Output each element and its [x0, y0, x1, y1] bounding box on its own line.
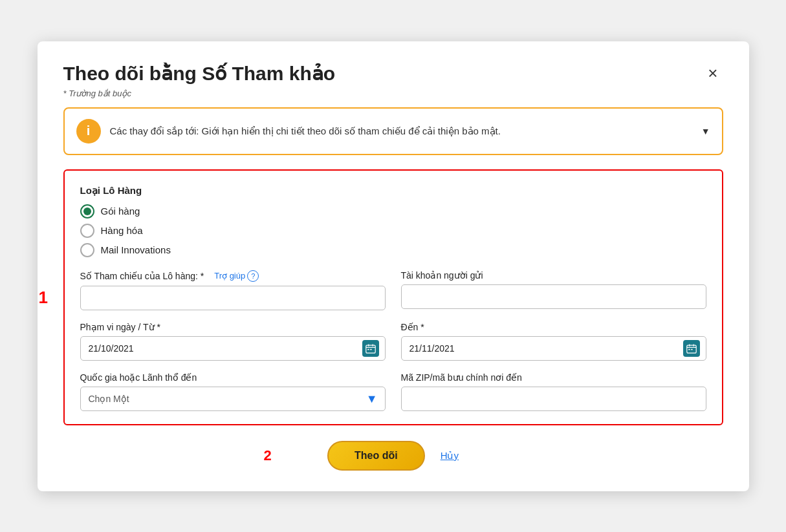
section-2-number: 2 — [264, 447, 272, 464]
loai-lo-hang-radio-group: Gói hàng Hàng hóa Mail Innovations — [80, 204, 706, 257]
ma-zip-label: Mã ZIP/mã bưu chính nơi đến — [401, 372, 706, 383]
radio-mail-innovations[interactable]: Mail Innovations — [80, 243, 706, 257]
so-tham-chieu-label: Số Tham chiếu của Lô hàng: * Trợ giúp ? — [80, 270, 386, 282]
radio-mail-label: Mail Innovations — [101, 244, 171, 255]
required-note: * Trường bắt buộc — [63, 89, 723, 98]
radio-goi-hang-label: Gói hàng — [101, 206, 140, 217]
so-tham-chieu-input[interactable] — [80, 286, 386, 310]
form-section: Loại Lô Hàng Gói hàng Hàng hóa Mail Inno… — [63, 169, 723, 425]
loai-lo-hang-label: Loại Lô Hàng — [80, 185, 706, 197]
quoc-gia-select-wrapper: Chọn Một ▼ — [80, 387, 386, 411]
den-label: Đến * — [401, 322, 706, 332]
footer-row: 2 Theo dõi Hủy — [63, 441, 723, 471]
radio-mail-circle — [80, 243, 94, 257]
tai-khoan-input[interactable] — [401, 284, 706, 309]
theo-doi-button[interactable]: Theo dõi — [327, 441, 425, 471]
quoc-gia-select[interactable]: Chọn Một — [80, 387, 386, 411]
quoc-gia-label: Quốc gia hoặc Lãnh thổ đến — [80, 372, 386, 383]
from-date-calendar-icon[interactable] — [362, 340, 379, 357]
ma-zip-input[interactable] — [401, 387, 706, 411]
svg-rect-10 — [688, 348, 690, 350]
help-label: Trợ giúp — [214, 271, 245, 281]
svg-rect-5 — [370, 348, 371, 350]
to-date-calendar-icon[interactable] — [683, 340, 700, 357]
radio-goi-hang-circle — [80, 204, 94, 218]
info-chevron-icon[interactable]: ▼ — [701, 126, 710, 136]
huy-button[interactable]: Hủy — [441, 450, 459, 462]
to-date-input[interactable] — [401, 336, 706, 361]
radio-hang-hoa-label: Hàng hóa — [101, 225, 143, 236]
tai-khoan-label: Tài khoản người gửi — [401, 270, 706, 281]
svg-rect-4 — [367, 348, 369, 350]
section-1-number: 1 — [39, 287, 48, 307]
info-icon: i — [76, 119, 101, 144]
pham-vi-label: Phạm vi ngày / Từ * — [80, 322, 386, 332]
info-banner-text: Các thay đổi sắp tới: Giới hạn hiển thị … — [110, 125, 501, 137]
svg-rect-11 — [691, 348, 692, 350]
close-button[interactable]: × — [703, 62, 723, 84]
from-date-input[interactable] — [80, 336, 386, 361]
help-icon: ? — [247, 270, 259, 282]
help-link[interactable]: Trợ giúp ? — [214, 270, 259, 282]
info-banner: i Các thay đổi sắp tới: Giới hạn hiển th… — [63, 107, 723, 155]
radio-hang-hoa[interactable]: Hàng hóa — [80, 224, 706, 238]
modal-title: Theo dõi bằng Số Tham khảo — [63, 62, 336, 85]
radio-hang-hoa-circle — [80, 224, 94, 238]
radio-goi-hang[interactable]: Gói hàng — [80, 204, 706, 218]
